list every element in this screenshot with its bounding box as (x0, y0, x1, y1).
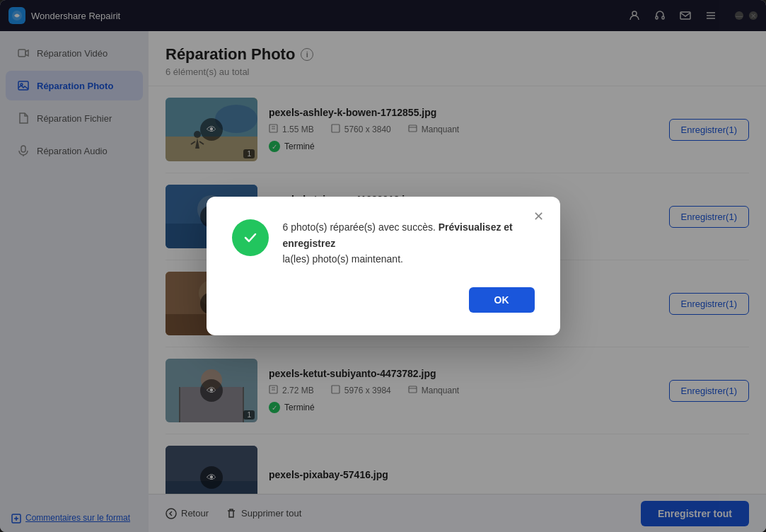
modal-overlay: ✕ 6 photo(s) réparée(s) avec succès. Pré… (0, 0, 766, 532)
modal-footer: OK (232, 287, 535, 313)
success-modal: ✕ 6 photo(s) réparée(s) avec succès. Pré… (207, 197, 560, 335)
modal-message-line2: la(les) photo(s) maintenant. (283, 253, 403, 265)
modal-close-button[interactable]: ✕ (529, 207, 549, 226)
modal-message: 6 photo(s) réparée(s) avec succès. Prévi… (283, 219, 535, 267)
modal-message-line1: 6 photo(s) réparée(s) avec succès. Prévi… (283, 221, 513, 248)
ok-button[interactable]: OK (469, 287, 535, 313)
success-icon (232, 219, 269, 256)
modal-body: 6 photo(s) réparée(s) avec succès. Prévi… (232, 219, 535, 267)
modal-text: 6 photo(s) réparée(s) avec succès. Prévi… (283, 219, 535, 267)
